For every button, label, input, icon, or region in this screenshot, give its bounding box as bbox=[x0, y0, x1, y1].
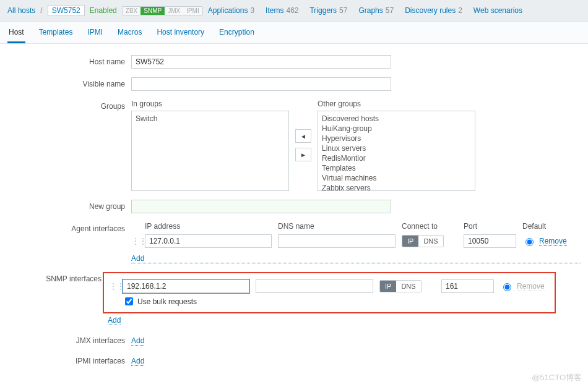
header-dns: DNS name bbox=[278, 222, 396, 231]
snmp-dns-input[interactable] bbox=[256, 279, 373, 293]
list-item[interactable]: Zabbix servers bbox=[322, 183, 471, 191]
snmp-bulk-checkbox[interactable] bbox=[125, 297, 133, 305]
in-groups-listbox[interactable]: Switch bbox=[131, 111, 289, 191]
count-items: 462 bbox=[286, 6, 298, 15]
agent-dns-input[interactable] bbox=[278, 234, 396, 248]
proto-zbx: ZBX bbox=[123, 7, 141, 15]
list-item[interactable]: RedisMontior bbox=[322, 153, 471, 163]
link-web[interactable]: Web scenarios bbox=[473, 6, 522, 15]
breadcrumb-allhosts[interactable]: All hosts bbox=[7, 6, 35, 15]
tab-macros[interactable]: Macros bbox=[116, 22, 143, 43]
agent-connect-ip[interactable]: IP bbox=[402, 236, 418, 247]
proto-jmx: JMX bbox=[165, 7, 183, 15]
label-ipmi-if: IPMI interfaces bbox=[7, 354, 131, 365]
snmp-connect-ip[interactable]: IP bbox=[380, 281, 396, 292]
agent-connect-toggle[interactable]: IP DNS bbox=[402, 235, 444, 247]
label-visiblename: Visible name bbox=[7, 77, 131, 88]
proto-snmp: SNMP bbox=[141, 7, 165, 15]
status-enabled: Enabled bbox=[90, 6, 117, 15]
list-item[interactable]: Virtual machines bbox=[322, 173, 471, 183]
label-hostname: Host name bbox=[7, 55, 131, 66]
agent-interface-row: ⋮⋮ IP DNS Remove bbox=[131, 234, 581, 248]
count-triggers: 57 bbox=[339, 6, 347, 15]
label-ingroups: In groups bbox=[131, 100, 289, 108]
snmp-bulk-label: Use bulk requests bbox=[137, 297, 197, 306]
snmp-connect-toggle[interactable]: IP DNS bbox=[379, 280, 422, 292]
watermark: @51CTO博客 bbox=[532, 372, 582, 383]
drag-handle-icon[interactable]: ⋮⋮ bbox=[131, 236, 139, 246]
tab-host[interactable]: Host bbox=[7, 22, 25, 43]
count-applications: 3 bbox=[250, 6, 254, 15]
breadcrumb-host[interactable]: SW5752 bbox=[48, 5, 85, 16]
move-left-button[interactable]: ◄ bbox=[295, 129, 311, 143]
snmp-interface-row: ⋮⋮ IP DNS Remove bbox=[109, 279, 550, 293]
drag-handle-icon[interactable]: ⋮⋮ bbox=[109, 281, 116, 291]
agent-ip-input[interactable] bbox=[145, 234, 272, 248]
link-items[interactable]: Items bbox=[266, 6, 283, 15]
header-connect: Connect to bbox=[402, 222, 457, 231]
link-applications[interactable]: Applications bbox=[208, 6, 248, 15]
agent-remove-link[interactable]: Remove bbox=[539, 237, 567, 246]
other-groups-listbox[interactable]: Discovered hostsHuiKang-groupHypervisors… bbox=[318, 111, 475, 191]
header-ip: IP address bbox=[145, 222, 272, 231]
ipmi-add-link[interactable]: Add bbox=[131, 357, 144, 366]
snmp-port-input[interactable] bbox=[441, 279, 494, 293]
list-item[interactable]: Switch bbox=[136, 114, 285, 124]
jmx-add-link[interactable]: Add bbox=[131, 336, 144, 346]
hostname-input[interactable] bbox=[131, 55, 391, 69]
visiblename-input[interactable] bbox=[131, 77, 391, 91]
list-item[interactable]: HuiKang-group bbox=[322, 124, 471, 134]
tab-ipmi[interactable]: IPMI bbox=[86, 22, 104, 43]
agent-port-input[interactable] bbox=[464, 234, 516, 248]
list-item[interactable]: Discovered hosts bbox=[322, 114, 471, 124]
label-groups: Groups bbox=[7, 100, 131, 111]
count-graphs: 57 bbox=[386, 6, 394, 15]
move-right-button[interactable]: ► bbox=[295, 148, 311, 161]
list-item[interactable]: Hypervisors bbox=[322, 134, 471, 143]
tab-hostinventory[interactable]: Host inventory bbox=[155, 22, 205, 43]
count-discovery: 2 bbox=[458, 6, 462, 15]
label-snmp: SNMP interfaces bbox=[7, 272, 108, 283]
agent-add-link[interactable]: Add bbox=[131, 254, 581, 263]
link-graphs[interactable]: Graphs bbox=[358, 6, 383, 15]
list-item[interactable]: Linux servers bbox=[322, 143, 471, 153]
agent-default-radio[interactable] bbox=[525, 238, 534, 246]
link-triggers[interactable]: Triggers bbox=[309, 6, 337, 15]
agent-connect-dns[interactable]: DNS bbox=[418, 236, 443, 247]
tab-templates[interactable]: Templates bbox=[38, 22, 74, 43]
snmp-connect-dns[interactable]: DNS bbox=[396, 281, 420, 292]
snmp-remove-link: Remove bbox=[517, 282, 545, 291]
snmp-add-link[interactable]: Add bbox=[108, 316, 121, 325]
snmp-ip-input[interactable] bbox=[123, 279, 249, 293]
proto-indicator: ZBX SNMP JMX IPMI bbox=[122, 6, 203, 15]
header-default: Default bbox=[522, 222, 572, 231]
label-jmx: JMX interfaces bbox=[7, 334, 131, 345]
label-newgroup: New group bbox=[7, 200, 131, 211]
breadcrumb-sep: / bbox=[40, 6, 42, 15]
header-port: Port bbox=[464, 222, 516, 231]
newgroup-input[interactable] bbox=[131, 200, 391, 213]
snmp-default-radio[interactable] bbox=[503, 283, 511, 291]
tab-encryption[interactable]: Encryption bbox=[218, 22, 256, 43]
label-othergroups: Other groups bbox=[318, 100, 475, 108]
list-item[interactable]: Templates bbox=[322, 163, 471, 173]
label-agent: Agent interfaces bbox=[7, 222, 131, 233]
link-discovery[interactable]: Discovery rules bbox=[405, 6, 456, 15]
proto-ipmi: IPMI bbox=[183, 7, 202, 15]
